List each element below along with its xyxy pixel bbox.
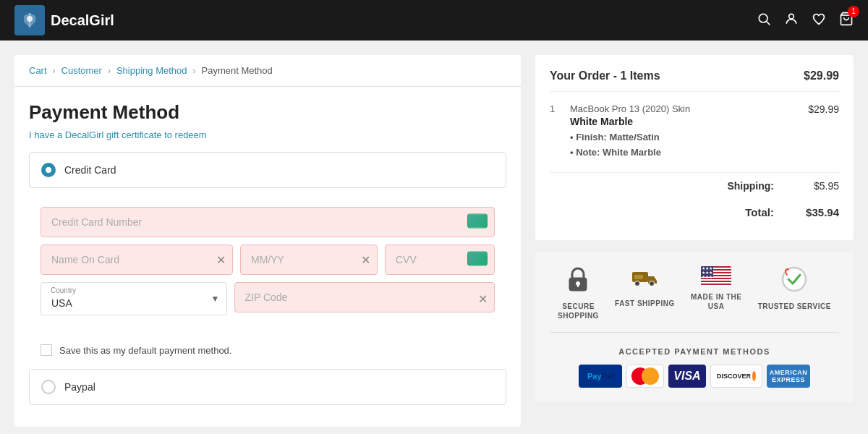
logo-text: DecalGirl [51,12,114,29]
user-icon[interactable] [784,12,799,30]
paypal-option[interactable]: Paypal [29,369,506,405]
save-default-checkbox[interactable] [41,344,52,356]
save-default-section: Save this as my default payment method. [29,334,506,366]
discover-logo: DISCOVER [710,365,762,388]
order-item: 1 MacBook Pro 13 (2020) Skin White Marbl… [550,103,839,161]
zip-wrapper: ✕ [234,282,495,315]
svg-line-3 [767,21,770,25]
header: DecalGirl 1 [0,0,868,41]
visa-logo: VISA [668,365,706,388]
fast-shipping-badge: FAST SHIPPING [615,266,675,320]
total-label: Total: [745,206,774,218]
paypal-logo: PayPal [579,365,622,388]
svg-point-1 [27,16,33,22]
made-in-usa-label: MADE IN THEUSA [691,292,742,311]
svg-rect-12 [634,275,643,279]
breadcrumb: Cart › Customer › Shipping Method › Paym… [14,55,521,87]
expiry-input[interactable] [240,244,378,275]
name-on-card-wrapper: ✕ [41,244,233,275]
breadcrumb-shipping[interactable]: Shipping Method [116,65,187,76]
cart-badge: 1 [848,6,859,17]
breadcrumb-sep-3: › [193,66,196,76]
secure-shopping-label: SECURESHOPPING [558,302,599,320]
note-label: • Note: [570,147,600,158]
order-title: Your Order - 1 Items [550,69,660,82]
breadcrumb-sep-1: › [53,66,56,76]
card-number-input[interactable] [41,207,495,237]
breadcrumb-cart[interactable]: Cart [29,65,47,76]
order-total-header: $29.99 [804,69,839,82]
trust-badges: SECURESHOPPING FAST SHIPPING [550,266,839,333]
order-summary: Your Order - 1 Items $29.99 1 MacBook Pr… [535,55,854,240]
finish-label: • Finish: [570,132,607,142]
page-title: Payment Method [29,101,506,124]
credit-card-option[interactable]: Credit Card [29,152,506,188]
expiry-clear-icon[interactable]: ✕ [361,253,370,267]
cvv-card-icon [467,252,488,268]
card-number-wrapper [41,207,495,237]
payment-methods-title: ACCEPTED PAYMENT METHODS [550,347,839,356]
order-item-details: MacBook Pro 13 (2020) Skin White Marble … [570,103,799,161]
order-item-variant: White Marble [570,116,799,127]
checkmark-icon [781,266,807,296]
card-icon [467,214,488,231]
order-item-num: 1 [550,103,561,161]
header-icons: 1 [757,12,854,30]
left-panel: Cart › Customer › Shipping Method › Paym… [14,55,521,427]
paypal-label: Paypal [64,381,95,393]
expiry-wrapper: ✕ [240,244,378,275]
breadcrumb-sep-2: › [108,66,111,76]
zip-input[interactable] [234,282,495,312]
us-flag-icon: ★★★★★★★★★ [701,266,731,286]
lock-icon [565,266,591,296]
save-default-label: Save this as my default payment method. [59,345,231,356]
name-clear-icon[interactable]: ✕ [216,253,226,267]
paypal-radio[interactable] [41,380,56,394]
trusted-service-label: TRUSTED SERVICE [758,302,831,311]
secure-shopping-badge: SECURESHOPPING [558,266,599,320]
name-on-card-input[interactable] [41,244,233,275]
svg-point-2 [759,14,767,22]
amex-logo: AMERICANEXPRESS [767,365,810,388]
svg-rect-8 [577,284,579,287]
fast-shipping-label: FAST SHIPPING [615,299,675,308]
order-item-price: $29.99 [808,103,839,161]
trust-section: SECURESHOPPING FAST SHIPPING [535,252,854,402]
country-wrapper: Country USA Canada United Kingdom Austra… [41,282,227,315]
total-row: Total: $35.94 [550,199,839,226]
mc-circles [631,367,659,385]
main-container: Cart › Customer › Shipping Method › Paym… [0,41,868,434]
mastercard-logo [626,365,664,388]
credit-card-radio[interactable] [41,163,56,177]
right-panel: Your Order - 1 Items $29.99 1 MacBook Pr… [535,55,854,402]
cart-icon[interactable]: 1 [839,12,854,30]
payment-methods: ACCEPTED PAYMENT METHODS PayPal VISA DIS… [550,347,839,388]
credit-card-label: Credit Card [64,164,116,176]
card-number-row [41,207,495,237]
search-icon[interactable] [757,12,771,30]
logo[interactable]: DecalGirl [14,5,114,35]
payment-content: Payment Method I have a DecalGirl gift c… [14,87,521,427]
cvv-wrapper [385,244,495,275]
trusted-service-badge: TRUSTED SERVICE [758,266,831,320]
heart-icon[interactable] [812,12,826,30]
logo-icon [14,5,45,35]
card-form: ✕ ✕ Country [29,195,506,334]
card-details-row: ✕ ✕ [41,244,495,275]
payment-logos: PayPal VISA DISCOVER AMERICANEXPRESS [550,365,839,388]
zip-clear-icon[interactable]: ✕ [478,292,488,306]
order-item-product-name: MacBook Pro 13 (2020) Skin [570,103,799,114]
gift-cert-link[interactable]: I have a DecalGirl gift certificate to r… [29,129,506,140]
order-item-meta: • Finish: Matte/Satin • Note: White Marb… [570,130,799,161]
svg-point-4 [789,14,794,19]
breadcrumb-current: Payment Method [202,65,273,76]
country-label: Country [51,286,76,294]
svg-point-11 [650,281,655,286]
shipping-value: $5.95 [803,180,839,192]
country-zip-row: Country USA Canada United Kingdom Austra… [41,282,495,315]
truck-icon [631,266,658,293]
order-header: Your Order - 1 Items $29.99 [550,69,839,92]
breadcrumb-customer[interactable]: Customer [61,65,102,76]
shipping-row: Shipping: $5.95 [550,172,839,199]
made-in-usa-badge: ★★★★★★★★★ MADE IN THEUSA [691,266,742,320]
